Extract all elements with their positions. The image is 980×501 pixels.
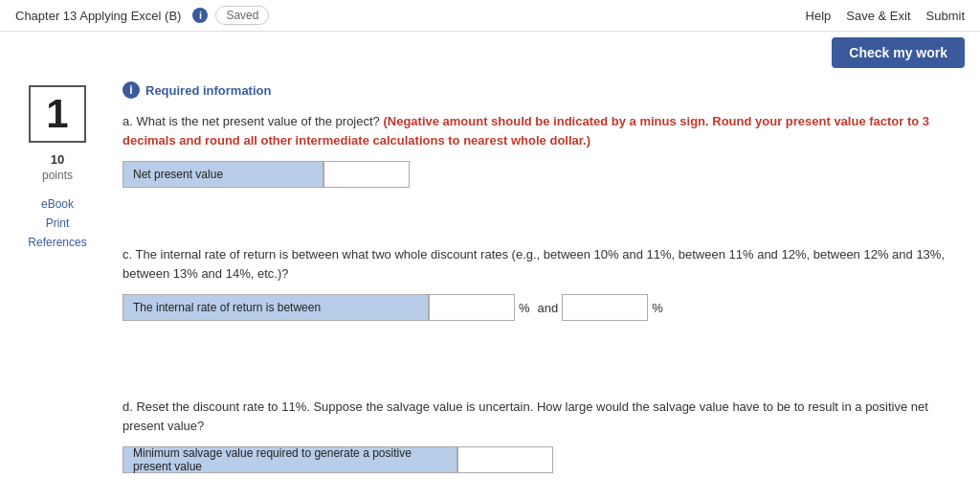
question-d-input-row: Minimum salvage value required to genera… bbox=[122, 446, 961, 473]
header-right: Help Save & Exit Submit bbox=[806, 9, 965, 23]
points-value: 10 bbox=[51, 152, 64, 167]
header-left: Chapter 13 Applying Excel (B) i Saved bbox=[15, 6, 269, 25]
help-link[interactable]: Help bbox=[806, 9, 832, 23]
ebook-link[interactable]: eBook bbox=[41, 197, 74, 211]
salvage-label: Minimum salvage value required to genera… bbox=[122, 446, 457, 473]
required-info-icon: i bbox=[122, 81, 140, 99]
required-info-label: Required information bbox=[145, 83, 271, 98]
chapter-title: Chapter 13 Applying Excel (B) bbox=[15, 9, 181, 23]
irr-input-1[interactable] bbox=[429, 294, 515, 321]
question-d-text: d. Reset the discount rate to 11%. Suppo… bbox=[122, 398, 961, 435]
submit-link[interactable]: Submit bbox=[926, 9, 965, 23]
percent-sign-2: % bbox=[652, 301, 663, 315]
question-c-text: c. The internal rate of return is betwee… bbox=[122, 245, 961, 283]
irr-input-2[interactable] bbox=[562, 294, 648, 321]
and-label: and bbox=[538, 301, 559, 315]
net-present-value-label: Net present value bbox=[122, 161, 323, 188]
question-a-plain: a. What is the net present value of the … bbox=[122, 114, 380, 128]
question-a-input-row: Net present value bbox=[122, 161, 961, 188]
content-area: i Required information a. What is the ne… bbox=[115, 70, 980, 501]
required-info-banner: i Required information bbox=[122, 81, 961, 99]
references-link[interactable]: References bbox=[28, 236, 86, 249]
page-header: Chapter 13 Applying Excel (B) i Saved He… bbox=[0, 0, 980, 32]
check-my-work-button[interactable]: Check my work bbox=[832, 37, 965, 68]
question-a-text: a. What is the net present value of the … bbox=[122, 112, 961, 149]
main-content: 1 10 points eBook Print References i Req… bbox=[0, 70, 980, 501]
saved-badge: Saved bbox=[215, 6, 269, 25]
save-exit-link[interactable]: Save & Exit bbox=[846, 9, 910, 23]
irr-label: The internal rate of return is between bbox=[122, 294, 429, 321]
sidebar: 1 10 points eBook Print References bbox=[0, 70, 115, 501]
net-present-value-input[interactable] bbox=[323, 161, 410, 188]
question-number: 1 bbox=[46, 91, 68, 137]
print-link[interactable]: Print bbox=[46, 216, 70, 230]
chapter-info-icon: i bbox=[192, 8, 208, 23]
percent-sign-1: % bbox=[519, 301, 530, 315]
salvage-input[interactable] bbox=[457, 446, 553, 473]
question-number-box: 1 bbox=[29, 85, 86, 143]
question-c-input-row: The internal rate of return is between %… bbox=[122, 294, 961, 321]
points-label: points bbox=[42, 169, 73, 182]
